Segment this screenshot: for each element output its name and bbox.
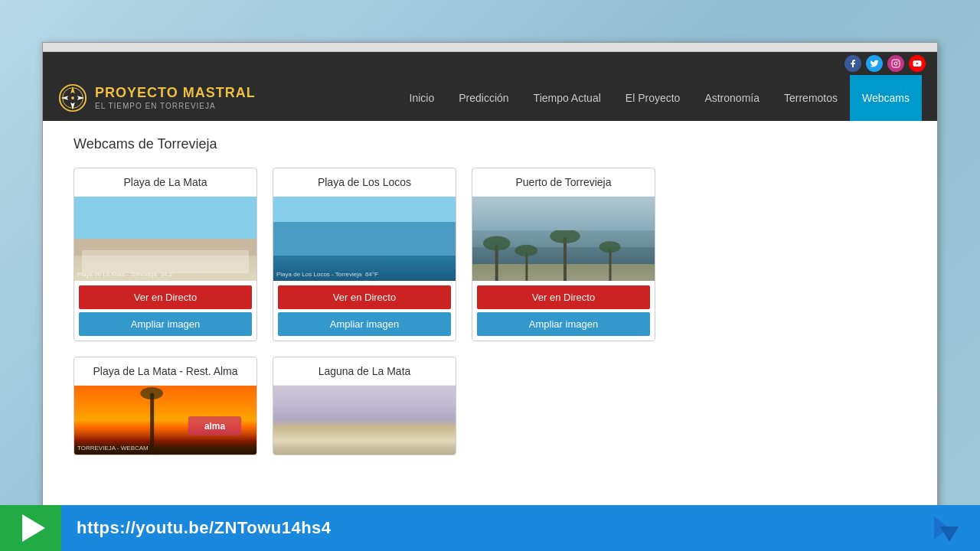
logo-text: PROYECTO MASTRAL EL TIEMPO EN TORREVIEJA xyxy=(95,85,256,111)
nav-prediccion[interactable]: Predicción xyxy=(446,75,521,121)
nav-terremotos[interactable]: Terremotos xyxy=(772,75,850,121)
nav-inicio[interactable]: Inicio xyxy=(397,75,447,121)
svg-point-10 xyxy=(71,96,74,99)
svg-marker-9 xyxy=(61,96,69,100)
banner-url-text: https://youtu.be/ZNTowu14hs4 xyxy=(61,505,934,551)
logo-subtitle: EL TIEMPO EN TORREVIEJA xyxy=(95,102,256,111)
svg-point-1 xyxy=(894,62,897,65)
svg-rect-17 xyxy=(609,249,612,281)
webcam-grid-row1: Playa de La Mata Playa de La Mata - Torr… xyxy=(74,168,906,341)
webcam-card-playa-alma: Playa de La Mata - Rest. Alma alma TORRE… xyxy=(74,357,257,455)
nav-tiempo-actual[interactable]: Tiempo Actual xyxy=(521,75,613,121)
browser-chrome xyxy=(43,43,937,52)
svg-rect-15 xyxy=(564,237,567,281)
instagram-icon[interactable] xyxy=(887,55,904,72)
webcam-actions-playa-mata: Ver en Directo Ampliar imagen xyxy=(74,281,256,341)
webcam-overlay-playa-mata: Playa de La Mata - Torrevieja 34.1° xyxy=(77,271,175,278)
svg-rect-0 xyxy=(892,60,900,67)
webcam-overlay-playa-locos: Playa de Los Locos - Torrevieja 64°F xyxy=(276,271,378,278)
webcam-image-playa-locos: Playa de Los Locos - Torrevieja 64°F xyxy=(273,197,456,281)
svg-point-16 xyxy=(550,230,580,243)
compass-logo xyxy=(58,83,87,112)
nav-header: PROYECTO MASTRAL EL TIEMPO EN TORREVIEJA… xyxy=(43,75,937,121)
webcam-image-playa-alma: alma TORREVIEJA - WEBCAM xyxy=(74,386,256,455)
webcam-card-puerto: Puerto de Torrevieja xyxy=(472,168,655,341)
webcam-title-playa-locos: Playa de Los Locos xyxy=(273,168,456,197)
webcam-overlay-playa-alma: TORREVIEJA - WEBCAM xyxy=(77,445,149,452)
bottom-banner: https://youtu.be/ZNTowu14hs4 xyxy=(0,505,980,551)
nav-el-proyecto[interactable]: El Proyecto xyxy=(613,75,693,121)
nav-webcams[interactable]: Webcams xyxy=(850,75,922,121)
twitter-icon[interactable] xyxy=(866,55,883,72)
webcam-image-laguna xyxy=(273,386,456,455)
btn-ampliar-playa-locos[interactable]: Ampliar imagen xyxy=(278,312,451,336)
svg-rect-19 xyxy=(150,393,154,455)
site-wrapper: PROYECTO MASTRAL EL TIEMPO EN TORREVIEJA… xyxy=(43,52,937,532)
page-content: Webcams de Torrevieja Playa de La Mata P… xyxy=(43,121,937,471)
facebook-icon[interactable] xyxy=(844,55,861,72)
webcam-image-puerto xyxy=(472,197,655,281)
webcam-actions-puerto: Ver en Directo Ampliar imagen xyxy=(472,281,655,341)
webcam-card-playa-locos: Playa de Los Locos Playa de Los Locos - … xyxy=(273,168,456,341)
page-title: Webcams de Torrevieja xyxy=(74,136,906,152)
logo-area: PROYECTO MASTRAL EL TIEMPO EN TORREVIEJA xyxy=(58,83,256,112)
webcam-card-laguna: Laguna de La Mata xyxy=(273,357,456,455)
webcam-title-playa-alma: Playa de La Mata - Rest. Alma xyxy=(74,357,256,386)
webcam-title-puerto: Puerto de Torrevieja xyxy=(472,168,655,197)
webcam-actions-playa-locos: Ver en Directo Ampliar imagen xyxy=(273,281,456,341)
btn-ampliar-puerto[interactable]: Ampliar imagen xyxy=(477,312,650,336)
svg-marker-6 xyxy=(70,86,75,94)
svg-point-12 xyxy=(483,236,511,251)
banner-play-button[interactable] xyxy=(0,505,61,551)
webcam-image-playa-mata: Playa de La Mata - Torrevieja 34.1° xyxy=(74,197,256,281)
youtube-icon[interactable] xyxy=(909,55,926,72)
play-triangle-icon xyxy=(22,514,45,542)
btn-directo-puerto[interactable]: Ver en Directo xyxy=(477,285,650,309)
webcam-title-playa-mata: Playa de La Mata xyxy=(74,168,256,197)
svg-point-2 xyxy=(898,61,899,62)
svg-rect-13 xyxy=(525,252,528,281)
btn-directo-playa-mata[interactable]: Ver en Directo xyxy=(79,285,252,309)
webcam-card-playa-mata: Playa de La Mata Playa de La Mata - Torr… xyxy=(74,168,257,341)
webcam-title-laguna: Laguna de La Mata xyxy=(273,357,456,386)
svg-point-20 xyxy=(140,387,163,399)
banner-end xyxy=(934,505,980,551)
browser-window: PROYECTO MASTRAL EL TIEMPO EN TORREVIEJA… xyxy=(42,42,938,532)
logo-title: PROYECTO MASTRAL xyxy=(95,85,256,102)
svg-text:alma: alma xyxy=(204,421,225,432)
svg-point-18 xyxy=(599,241,621,253)
btn-directo-playa-locos[interactable]: Ver en Directo xyxy=(278,285,451,309)
svg-point-14 xyxy=(515,245,538,256)
btn-ampliar-playa-mata[interactable]: Ampliar imagen xyxy=(79,312,252,336)
nav-astronomia[interactable]: Astronomía xyxy=(692,75,772,121)
webcam-grid-row2: Playa de La Mata - Rest. Alma alma TORRE… xyxy=(74,357,906,455)
svg-marker-8 xyxy=(77,96,85,100)
nav-links: Inicio Predicción Tiempo Actual El Proye… xyxy=(397,75,922,121)
svg-marker-7 xyxy=(70,103,75,110)
social-bar xyxy=(43,52,937,75)
